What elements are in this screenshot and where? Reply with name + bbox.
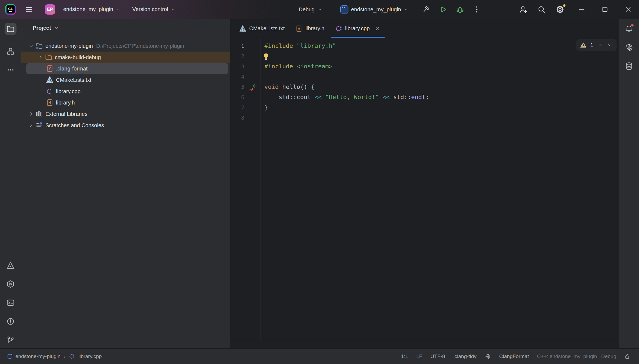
tree-item-path: D:\Projects\CPP\endstone-my-plugin <box>96 43 184 49</box>
version-control-menu[interactable]: Version control <box>132 6 176 12</box>
tab-library-h[interactable]: H library.h <box>290 19 330 38</box>
chevron-down-icon[interactable] <box>27 42 35 50</box>
build-hammer-icon[interactable] <box>422 5 431 14</box>
structure-tool-button[interactable] <box>5 45 16 57</box>
search-everywhere-button[interactable] <box>537 5 547 14</box>
run-play-icon[interactable] <box>439 5 448 14</box>
breadcrumb-file[interactable]: library.cpp <box>78 353 102 359</box>
run-configuration-selector[interactable]: endstone_my_plugin <box>340 5 409 14</box>
code-line: std::cout << "Hello, World!" << std::end… <box>264 92 618 102</box>
project-panel-header[interactable]: Project <box>21 19 230 36</box>
project-tool-button[interactable] <box>5 23 16 35</box>
ai-assistant-icon <box>625 43 633 52</box>
hamburger-icon <box>25 5 33 14</box>
code-line <box>264 72 618 82</box>
tree-item-project-root[interactable]: endstone-my-plugin D:\Projects\CPP\endst… <box>21 40 230 52</box>
project-tool-window: Project endstone-my-plugin D:\Projects\C… <box>21 19 230 348</box>
close-button[interactable] <box>623 5 633 14</box>
debug-bug-icon[interactable] <box>455 5 465 14</box>
editor-body[interactable]: 1 2 3 4 5 6 7 8 #include "library.h" #in… <box>231 38 618 341</box>
chevron-right-icon[interactable] <box>36 53 45 61</box>
tree-item-label: .clang-format <box>56 66 88 72</box>
warning-icon <box>580 42 587 48</box>
inspection-widget[interactable]: 1 <box>576 39 617 51</box>
chevron-right-icon[interactable] <box>27 110 35 118</box>
tree-item-label: library.cpp <box>56 88 81 95</box>
next-problem-icon[interactable] <box>607 42 613 48</box>
close-tab-icon[interactable] <box>374 26 380 32</box>
notifications-button[interactable] <box>623 23 635 35</box>
project-folder-icon <box>35 42 43 50</box>
line-number: 2 <box>231 51 261 61</box>
chevron-down-icon <box>404 7 409 12</box>
header-file-icon: H <box>295 25 302 32</box>
project-badge[interactable]: EP <box>45 4 55 15</box>
breadcrumb-separator-icon: › <box>64 353 65 359</box>
warning-count: 1 <box>590 42 593 48</box>
tree-item-scratches[interactable]: Scratches and Consoles <box>21 120 230 131</box>
code-line: void hello() { <box>264 82 618 92</box>
services-tool-button[interactable] <box>5 278 16 290</box>
tab-cmakelists[interactable]: CMakeLists.txt <box>234 19 290 38</box>
clion-logo-icon: CL <box>5 4 16 15</box>
tree-item-cmake-build-debug[interactable]: cmake-build-debug <box>21 52 230 63</box>
run-mode-label: Debug <box>299 6 315 13</box>
code-with-me-button[interactable] <box>518 5 528 14</box>
clang-tidy-widget[interactable]: .clang-tidy <box>453 353 477 359</box>
previous-problem-icon[interactable] <box>597 42 603 48</box>
caret-position-widget[interactable]: 1:1 <box>401 353 408 359</box>
structure-icon <box>6 47 15 56</box>
code-line: } <box>264 102 618 113</box>
settings-notification-dot <box>563 4 566 7</box>
more-icon <box>6 66 15 74</box>
unlocked-icon[interactable] <box>624 353 631 360</box>
tree-item-library-cpp[interactable]: library.cpp <box>21 86 230 97</box>
ai-assistant-button[interactable] <box>623 42 635 53</box>
cmake-tool-button[interactable] <box>5 259 16 271</box>
tab-library-cpp[interactable]: library.cpp <box>330 19 386 38</box>
project-selector[interactable]: endstone_my_plugin <box>63 6 121 12</box>
tree-item-label: cmake-build-debug <box>55 54 101 60</box>
ai-status-icon[interactable] <box>485 353 491 360</box>
tree-item-cmakelists[interactable]: CMakeLists.txt <box>21 74 230 86</box>
code-content[interactable]: #include "library.h" #include <iostream>… <box>261 38 618 341</box>
svg-text:Y: Y <box>48 66 51 71</box>
status-bar: endstone-my-plugin › library.cpp 1:1 LF … <box>0 348 639 364</box>
editor-area: CMakeLists.txt H library.h library.cpp 1… <box>231 19 618 348</box>
maximize-button[interactable] <box>600 5 610 14</box>
line-separator-widget[interactable]: LF <box>416 353 422 359</box>
more-tool-windows-button[interactable] <box>5 64 16 76</box>
tree-item-library-h[interactable]: H library.h <box>21 97 230 108</box>
terminal-icon <box>6 298 15 307</box>
settings-button[interactable] <box>555 5 565 14</box>
goto-declaration-gutter-icons[interactable] <box>249 83 258 92</box>
run-config-label: endstone_my_plugin <box>351 6 401 13</box>
toolchain-widget[interactable]: C++: endstone_my_plugin | Debug <box>537 353 616 359</box>
main-menu-button[interactable] <box>23 4 35 15</box>
encoding-widget[interactable]: UTF-8 <box>430 353 445 359</box>
line-number: 7 <box>231 102 261 113</box>
minimize-button[interactable] <box>577 5 587 14</box>
editor-bottom-strip <box>231 341 618 348</box>
yaml-file-icon: Y <box>46 65 54 73</box>
intention-lightbulb-icon[interactable] <box>262 52 270 60</box>
database-button[interactable] <box>623 60 635 72</box>
tab-label: library.cpp <box>345 25 370 32</box>
line-number: 6 <box>231 92 261 102</box>
more-actions-icon[interactable] <box>472 5 481 14</box>
tree-item-external-libraries[interactable]: External Libraries <box>21 108 230 120</box>
line-number: 3 <box>231 61 261 72</box>
git-tool-button[interactable] <box>5 334 16 346</box>
add-user-icon <box>519 5 528 14</box>
problems-tool-button[interactable] <box>5 315 16 327</box>
run-mode-selector[interactable]: Debug <box>299 6 322 13</box>
tree-item-clang-format[interactable]: Y .clang-format <box>21 63 230 74</box>
cpp-file-icon <box>335 25 342 32</box>
terminal-tool-button[interactable] <box>5 297 16 309</box>
chevron-down-icon <box>54 25 59 31</box>
tab-label: CMakeLists.txt <box>249 25 285 32</box>
chevron-right-icon[interactable] <box>27 121 35 129</box>
clang-format-widget[interactable]: ClangFormat <box>499 353 529 359</box>
minimize-icon <box>578 5 586 14</box>
breadcrumb-module[interactable]: endstone-my-plugin <box>15 353 61 359</box>
